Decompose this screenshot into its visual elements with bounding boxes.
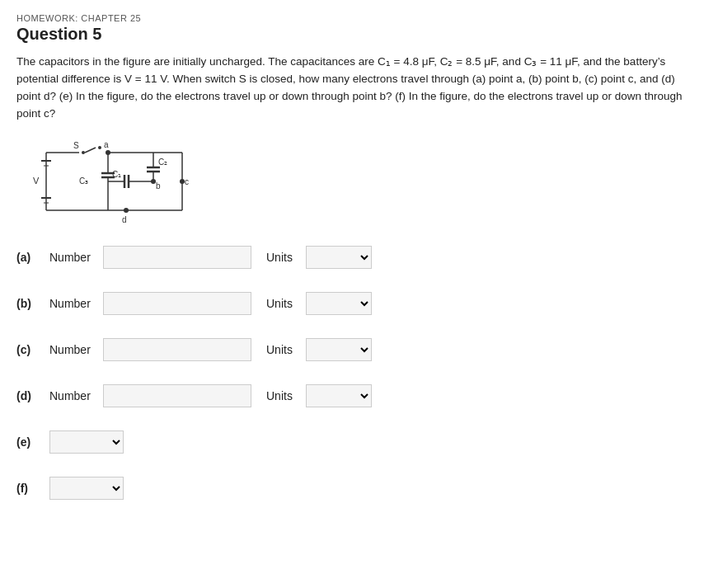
circuit-diagram: V a S C₂ c C₁ b (30, 136, 702, 229)
svg-text:c: c (185, 177, 189, 186)
number-input-c[interactable] (103, 338, 251, 361)
parts-container: (a)NumberUnitsCμCnCpC(b)NumberUnitsCμCnC… (16, 246, 702, 407)
svg-text:C₂: C₂ (158, 158, 167, 167)
dropdown-row-f: (f)updown (16, 477, 702, 500)
units-label-a: Units (266, 251, 298, 264)
part-label-e: (e) (16, 435, 41, 449)
part-label-f: (f) (16, 482, 41, 495)
units-label-c: Units (266, 343, 298, 356)
part-label-b: (b) (16, 297, 41, 310)
number-label-a: Number (49, 251, 95, 264)
part-label-d: (d) (16, 389, 41, 402)
answer-row-d: (d)NumberUnitsCμCnCpC (16, 384, 702, 407)
problem-text: The capacitors in the figure are initial… (16, 54, 701, 123)
dropdown-container: (e)updown(f)updown (16, 430, 702, 500)
units-select-a[interactable]: CμCnCpC (306, 246, 372, 269)
part-label-a: (a) (16, 251, 41, 264)
units-select-c[interactable]: CμCnCpC (306, 338, 372, 361)
units-select-b[interactable]: CμCnCpC (306, 292, 372, 315)
svg-text:C₃: C₃ (79, 176, 88, 186)
svg-point-38 (124, 208, 129, 213)
answer-row-c: (c)NumberUnitsCμCnCpC (16, 338, 702, 361)
svg-text:V: V (33, 176, 40, 186)
direction-select-e[interactable]: updown (49, 430, 124, 454)
svg-text:a: a (104, 140, 109, 149)
units-label-b: Units (266, 297, 298, 310)
units-label-d: Units (266, 389, 298, 402)
svg-point-9 (98, 146, 101, 149)
number-input-d[interactable] (103, 384, 251, 407)
direction-select-f[interactable]: updown (49, 477, 124, 500)
question-title: Question 5 (16, 25, 702, 44)
number-label-d: Number (49, 389, 95, 402)
svg-text:S: S (73, 141, 79, 150)
number-input-b[interactable] (103, 292, 251, 315)
number-label-b: Number (49, 297, 95, 310)
dropdown-row-e: (e)updown (16, 430, 702, 454)
units-select-d[interactable]: CμCnCpC (306, 384, 372, 407)
svg-text:d: d (122, 215, 127, 224)
number-label-c: Number (49, 343, 95, 356)
circuit-svg: V a S C₂ c C₁ b (30, 136, 203, 227)
svg-point-7 (82, 151, 85, 154)
homework-label: HOMEWORK: CHAPTER 25 (16, 13, 702, 23)
part-label-c: (c) (16, 343, 41, 356)
svg-line-8 (85, 148, 96, 153)
answer-row-a: (a)NumberUnitsCμCnCpC (16, 246, 702, 269)
answer-row-b: (b)NumberUnitsCμCnCpC (16, 292, 702, 315)
number-input-a[interactable] (103, 246, 251, 269)
svg-text:b: b (156, 181, 161, 191)
